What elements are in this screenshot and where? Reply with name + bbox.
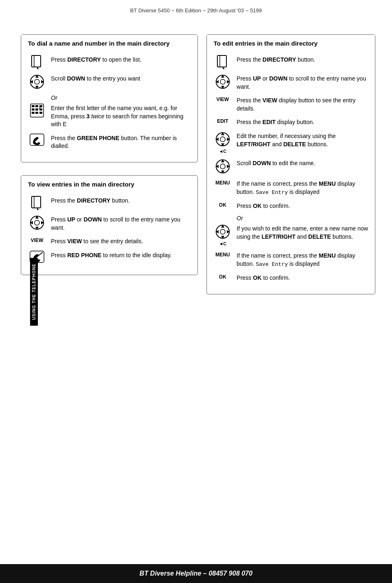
or-text: Or xyxy=(237,215,368,221)
nav-icon xyxy=(28,215,46,230)
svg-rect-11 xyxy=(35,105,38,107)
step-text: Press UP or DOWN to scroll to the entry … xyxy=(237,74,368,91)
step-text: Press RED PHONE to return to the idle di… xyxy=(51,251,191,260)
step-row: VIEW Press VIEW to see the entry details… xyxy=(28,237,191,246)
step-row: Scroll DOWN to edit the name. xyxy=(214,159,368,174)
step-row: OK Press OK to confirm. xyxy=(214,273,368,282)
box-view-title: To view entries in the main directory xyxy=(21,176,197,192)
nav-del-icon: ◄C xyxy=(214,224,232,246)
step-row: MENU If the name is correct, press the M… xyxy=(214,251,368,268)
box-view: To view entries in the main directory Pr… xyxy=(21,175,198,275)
keypad-icon xyxy=(28,104,46,118)
box-edit: To edit entries in the main directory Pr… xyxy=(206,34,376,295)
step-text: Enter the first letter of the name you w… xyxy=(51,104,191,129)
nav-icon xyxy=(214,159,232,174)
step-row: Press the DIRECTORY button. xyxy=(214,55,368,69)
box-dial-title: To dial a name and number in the main di… xyxy=(21,35,197,51)
step-text: Edit the number, if necessary using the … xyxy=(237,131,368,148)
step-row: Press the GREEN PHONE button. The number… xyxy=(28,134,191,150)
step-row: Press UP or DOWN to scroll to the entry … xyxy=(214,74,368,91)
side-tab-label: USING THE TELEPHONE xyxy=(30,258,38,325)
step-row: ◄C If you wish to edit the name, enter a… xyxy=(214,224,368,246)
step-text: Press UP or DOWN to scroll to the entry … xyxy=(51,215,191,232)
directory-icon xyxy=(28,196,46,210)
step-text: Scroll DOWN to edit the name. xyxy=(237,159,368,168)
step-row: EDIT Press the EDIT display button. xyxy=(214,118,368,127)
box-dial: To dial a name and number in the main di… xyxy=(21,34,198,163)
step-text: If the name is correct, press the MENU d… xyxy=(237,251,368,268)
svg-rect-0 xyxy=(32,55,41,67)
left-column: To dial a name and number in the main di… xyxy=(21,34,198,307)
step-text: Scroll DOWN to the entry you want xyxy=(51,74,191,83)
svg-rect-15 xyxy=(39,108,42,111)
menu-label-2: MENU xyxy=(214,251,232,258)
svg-rect-33 xyxy=(217,55,226,67)
step-text: Press OK to confirm. xyxy=(237,273,368,282)
box-dial-content: Press DIRECTORY to open the list. xyxy=(21,51,197,162)
step-text: Press the EDIT display button. xyxy=(237,118,368,127)
svg-point-49 xyxy=(220,164,225,169)
step-text: Press DIRECTORY to open the list. xyxy=(51,55,191,64)
view-label: VIEW xyxy=(28,237,46,243)
step-text: If the name is correct, press the MENU d… xyxy=(237,179,368,196)
svg-rect-10 xyxy=(32,105,35,107)
nav-icon xyxy=(28,74,46,90)
box-edit-content: Press the DIRECTORY button. xyxy=(207,51,375,294)
step-text: Press VIEW to see the entry details. xyxy=(51,237,191,246)
step-text: Press OK to confirm. xyxy=(237,201,368,210)
svg-point-26 xyxy=(35,220,39,225)
svg-rect-16 xyxy=(32,112,35,114)
step-row: OK Press OK to confirm. xyxy=(214,201,368,210)
svg-point-37 xyxy=(220,79,225,84)
ok-label: OK xyxy=(214,201,232,208)
step-row: Enter the first letter of the name you w… xyxy=(28,104,191,129)
svg-point-55 xyxy=(220,229,225,234)
or-text: Or xyxy=(51,94,191,101)
svg-rect-18 xyxy=(39,112,42,114)
directory-icon xyxy=(28,55,46,69)
step-row: Press RED PHONE to return to the idle di… xyxy=(28,251,191,263)
svg-point-4 xyxy=(35,79,39,84)
svg-rect-22 xyxy=(32,196,41,208)
nav-del-icon: ◄C xyxy=(214,131,232,154)
step-row: Press UP or DOWN to scroll to the entry … xyxy=(28,215,191,232)
step-text: Press the GREEN PHONE button. The number… xyxy=(51,134,191,150)
step-row: MENU If the name is correct, press the M… xyxy=(214,179,368,196)
step-text: Press the VIEW display button to see the… xyxy=(237,96,368,113)
page-footer: BT Diverse Helpline – 08457 908 070 xyxy=(0,564,392,583)
nav-icon xyxy=(214,74,232,90)
step-row: ◄C Edit the number, if necessary using t… xyxy=(214,131,368,154)
step-text: Press the DIRECTORY button. xyxy=(51,196,191,205)
directory-icon xyxy=(214,55,232,69)
step-row: Press DIRECTORY to open the list. xyxy=(28,55,191,69)
edit-label: EDIT xyxy=(214,118,232,124)
page-header: BT Diverse 5450 ~ 6th Edition ~ 29th Aug… xyxy=(0,0,392,18)
step-row: Press the DIRECTORY button. xyxy=(28,196,191,210)
svg-rect-13 xyxy=(32,108,35,111)
ok-label-2: OK xyxy=(214,273,232,280)
step-text: Press the DIRECTORY button. xyxy=(237,55,368,64)
box-view-content: Press the DIRECTORY button. xyxy=(21,192,197,274)
view-label: VIEW xyxy=(214,96,232,102)
svg-point-43 xyxy=(220,137,225,142)
menu-label: MENU xyxy=(214,179,232,186)
step-text: If you wish to edit the name, enter a ne… xyxy=(237,224,368,241)
svg-rect-17 xyxy=(35,112,38,114)
step-row: VIEW Press the VIEW display button to se… xyxy=(214,96,368,113)
green-phone-icon xyxy=(28,134,46,146)
right-column: To edit entries in the main directory Pr… xyxy=(206,34,376,307)
box-edit-title: To edit entries in the main directory xyxy=(207,35,375,51)
step-row: Scroll DOWN to the entry you want xyxy=(28,74,191,90)
svg-rect-14 xyxy=(35,108,38,111)
